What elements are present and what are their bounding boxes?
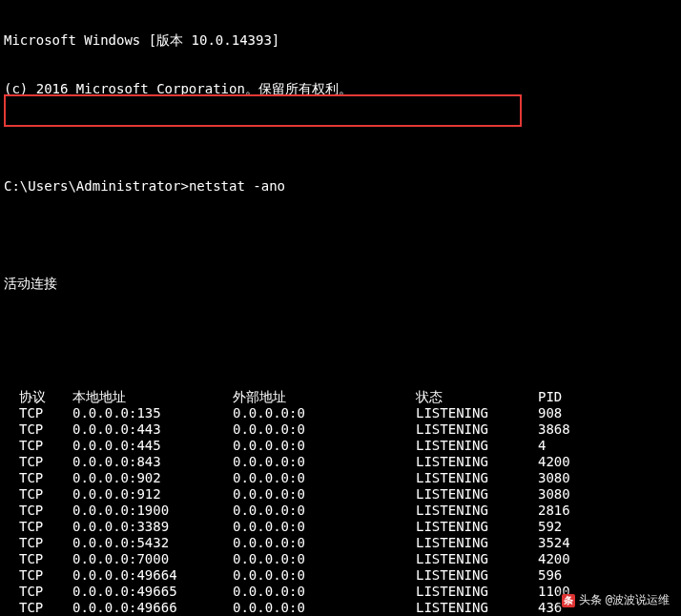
table-row: TCP0.0.0.0:4430.0.0.0:0LISTENING3868 xyxy=(4,421,570,438)
table-row: TCP0.0.0.0:1350.0.0.0:0LISTENING908 xyxy=(4,405,570,421)
cell-local: 0.0.0.0:49665 xyxy=(72,584,233,600)
cell-remote: 0.0.0.0:0 xyxy=(233,486,416,503)
cell-remote: 0.0.0.0:0 xyxy=(233,567,416,584)
watermark-brand: 头条 xyxy=(579,592,602,608)
col-proto: 协议 xyxy=(19,389,72,405)
watermark: 条 头条 @波波说运维 xyxy=(558,590,673,610)
cell-state: LISTENING xyxy=(416,454,538,470)
cell-local: 0.0.0.0:7000 xyxy=(72,551,233,567)
table-row: TCP0.0.0.0:496660.0.0.0:0LISTENING436 xyxy=(4,600,570,616)
table-row: TCP0.0.0.0:9120.0.0.0:0LISTENING3080 xyxy=(4,486,570,503)
cell-state: LISTENING xyxy=(416,470,538,486)
cell-proto: TCP xyxy=(19,503,72,519)
table-row: TCP0.0.0.0:496650.0.0.0:0LISTENING1100 xyxy=(4,584,570,600)
cell-remote: 0.0.0.0:0 xyxy=(233,551,416,567)
cell-local: 0.0.0.0:443 xyxy=(72,421,233,438)
table-row: TCP0.0.0.0:8430.0.0.0:0LISTENING4200 xyxy=(4,454,570,470)
cell-remote: 0.0.0.0:0 xyxy=(233,470,416,486)
cell-local: 0.0.0.0:902 xyxy=(72,470,233,486)
cell-remote: 0.0.0.0:0 xyxy=(233,535,416,551)
cell-state: LISTENING xyxy=(416,600,538,616)
cell-proto: TCP xyxy=(19,421,72,438)
col-pid: PID xyxy=(538,389,570,405)
cell-local: 0.0.0.0:912 xyxy=(72,486,233,503)
cell-remote: 0.0.0.0:0 xyxy=(233,438,416,454)
cell-state: LISTENING xyxy=(416,486,538,503)
cell-remote: 0.0.0.0:0 xyxy=(233,421,416,438)
os-banner-line-2: (c) 2016 Microsoft Corporation。保留所有权利。 xyxy=(4,81,681,97)
cell-state: LISTENING xyxy=(416,438,538,454)
cell-local: 0.0.0.0:445 xyxy=(72,438,233,454)
os-banner-line-1: Microsoft Windows [版本 10.0.14393] xyxy=(4,32,681,49)
netstat-table: 协议 本地地址 外部地址 状态 PID TCP0.0.0.0:1350.0.0.… xyxy=(4,389,570,616)
prompt-line: C:\Users\Administrator>netstat -ano xyxy=(4,178,681,195)
cell-state: LISTENING xyxy=(416,405,538,421)
cell-local: 0.0.0.0:1900 xyxy=(72,503,233,519)
cell-pid: 4 xyxy=(538,438,570,454)
blank-line xyxy=(4,227,681,243)
prompt-command: netstat -ano xyxy=(189,178,285,194)
table-row: TCP0.0.0.0:19000.0.0.0:0LISTENING2816 xyxy=(4,503,570,519)
col-state: 状态 xyxy=(416,389,538,405)
cell-proto: TCP xyxy=(19,551,72,567)
table-header-row: 协议 本地地址 外部地址 状态 PID xyxy=(4,389,570,405)
cell-local: 0.0.0.0:135 xyxy=(72,405,233,421)
cell-local: 0.0.0.0:49664 xyxy=(72,567,233,584)
cell-state: LISTENING xyxy=(416,551,538,567)
cell-proto: TCP xyxy=(19,486,72,503)
header-highlight-box xyxy=(4,94,522,127)
cell-pid: 908 xyxy=(538,405,570,421)
cell-state: LISTENING xyxy=(416,503,538,519)
cell-pid: 2816 xyxy=(538,503,570,519)
cell-state: LISTENING xyxy=(416,584,538,600)
cell-remote: 0.0.0.0:0 xyxy=(233,584,416,600)
cell-remote: 0.0.0.0:0 xyxy=(233,519,416,535)
cell-state: LISTENING xyxy=(416,567,538,584)
col-local: 本地地址 xyxy=(72,389,233,405)
table-row: TCP0.0.0.0:54320.0.0.0:0LISTENING3524 xyxy=(4,535,570,551)
blank-line xyxy=(4,130,681,146)
cell-remote: 0.0.0.0:0 xyxy=(233,405,416,421)
table-row: TCP0.0.0.0:496640.0.0.0:0LISTENING596 xyxy=(4,567,570,584)
cell-remote: 0.0.0.0:0 xyxy=(233,600,416,616)
cell-pid: 4200 xyxy=(538,551,570,567)
cell-proto: TCP xyxy=(19,519,72,535)
section-title: 活动连接 xyxy=(4,276,681,292)
blank-line xyxy=(4,324,681,340)
cell-remote: 0.0.0.0:0 xyxy=(233,454,416,470)
cell-pid: 592 xyxy=(538,519,570,535)
cell-local: 0.0.0.0:843 xyxy=(72,454,233,470)
cell-proto: TCP xyxy=(19,405,72,421)
cell-proto: TCP xyxy=(19,535,72,551)
cell-proto: TCP xyxy=(19,470,72,486)
cell-remote: 0.0.0.0:0 xyxy=(233,503,416,519)
cell-pid: 3080 xyxy=(538,486,570,503)
table-row: TCP0.0.0.0:4450.0.0.0:0LISTENING4 xyxy=(4,438,570,454)
terminal-output[interactable]: Microsoft Windows [版本 10.0.14393] (c) 20… xyxy=(0,0,681,616)
cell-pid: 3868 xyxy=(538,421,570,438)
cell-pid: 3080 xyxy=(538,470,570,486)
cell-proto: TCP xyxy=(19,567,72,584)
cell-state: LISTENING xyxy=(416,535,538,551)
table-row: TCP0.0.0.0:70000.0.0.0:0LISTENING4200 xyxy=(4,551,570,567)
watermark-text: @波波说运维 xyxy=(606,592,670,608)
toutiao-logo-icon: 条 xyxy=(562,594,575,607)
prompt-path: C:\Users\Administrator> xyxy=(4,178,189,194)
col-remote: 外部地址 xyxy=(233,389,416,405)
cell-pid: 596 xyxy=(538,567,570,584)
cell-local: 0.0.0.0:49666 xyxy=(72,600,233,616)
table-row: TCP0.0.0.0:9020.0.0.0:0LISTENING3080 xyxy=(4,470,570,486)
cell-proto: TCP xyxy=(19,454,72,470)
cell-pid: 4200 xyxy=(538,454,570,470)
cell-proto: TCP xyxy=(19,584,72,600)
cell-local: 0.0.0.0:5432 xyxy=(72,535,233,551)
cell-proto: TCP xyxy=(19,438,72,454)
cell-proto: TCP xyxy=(19,600,72,616)
cell-state: LISTENING xyxy=(416,421,538,438)
cell-local: 0.0.0.0:3389 xyxy=(72,519,233,535)
cell-pid: 3524 xyxy=(538,535,570,551)
cell-state: LISTENING xyxy=(416,519,538,535)
table-row: TCP0.0.0.0:33890.0.0.0:0LISTENING592 xyxy=(4,519,570,535)
